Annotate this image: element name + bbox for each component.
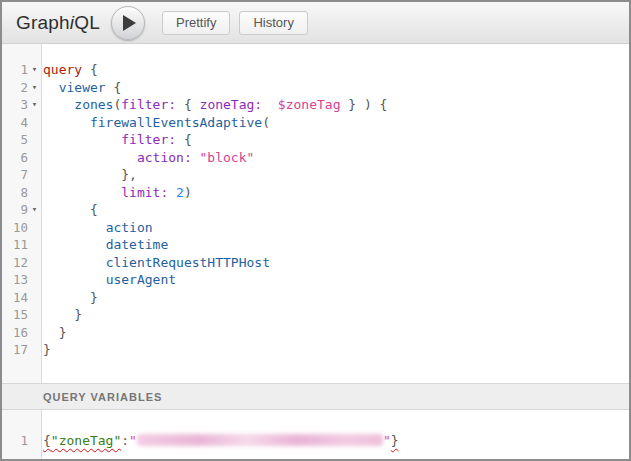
code-text: }	[41, 290, 98, 305]
code-token: action	[106, 220, 153, 235]
code-token: query	[43, 62, 82, 77]
code-token	[43, 80, 59, 95]
code-token	[168, 185, 176, 200]
line-number: 11	[2, 236, 28, 254]
play-icon	[123, 15, 136, 31]
code-token: "	[383, 433, 391, 448]
code-line[interactable]: 5 filter: {	[2, 131, 629, 149]
code-token: filter:	[121, 97, 176, 112]
code-line[interactable]: 14 }	[2, 289, 629, 307]
code-token: "	[129, 433, 137, 448]
code-token	[43, 150, 137, 165]
line-number: 5	[2, 131, 28, 149]
logo-text-pre: Graph	[16, 12, 70, 33]
code-text: userAgent	[41, 272, 176, 287]
toolbar-buttons: Prettify History	[162, 11, 308, 35]
code-token	[43, 325, 59, 340]
code-line[interactable]: 6 action: "block"	[2, 149, 629, 167]
line-number: 2	[2, 79, 28, 97]
code-token	[43, 115, 90, 130]
code-token: {	[82, 62, 98, 77]
code-line[interactable]: 7 },	[2, 166, 629, 184]
execute-query-button[interactable]	[111, 6, 145, 40]
code-token: }	[43, 342, 51, 357]
code-text: firewallEventsAdaptive(	[41, 115, 270, 130]
code-token	[192, 150, 200, 165]
code-token: {	[43, 433, 51, 448]
fold-caret-icon[interactable]: ▾	[28, 96, 41, 114]
code-line[interactable]: 1{"zoneTag":""}	[2, 432, 629, 450]
code-token	[43, 167, 121, 182]
line-number: 8	[2, 184, 28, 202]
line-number: 4	[2, 114, 28, 132]
code-token: }	[74, 307, 82, 322]
code-line[interactable]: 2▾ viewer {	[2, 79, 629, 97]
code-line[interactable]: 9▾ {	[2, 201, 629, 219]
code-token: zoneTag:	[200, 97, 263, 112]
code-text: datetime	[41, 237, 168, 252]
code-token	[43, 185, 121, 200]
code-text: zones(filter: { zoneTag: $zoneTag } ) {	[41, 97, 387, 112]
prettify-button[interactable]: Prettify	[162, 11, 230, 35]
fold-caret-icon[interactable]: ▾	[28, 201, 41, 219]
code-line[interactable]: 12 clientRequestHTTPHost	[2, 254, 629, 272]
graphiql-window: GraphiQL Prettify History 1▾query {2▾ vi…	[0, 0, 631, 461]
code-token: userAgent	[106, 272, 176, 287]
line-number: 12	[2, 254, 28, 272]
code-token: viewer	[59, 80, 106, 95]
query-editor[interactable]: 1▾query {2▾ viewer {3▾ zones(filter: { z…	[2, 44, 629, 383]
code-line[interactable]: 15 }	[2, 306, 629, 324]
code-text: {	[41, 202, 98, 217]
query-code-lines[interactable]: 1▾query {2▾ viewer {3▾ zones(filter: { z…	[2, 44, 629, 359]
line-number: 17	[2, 341, 28, 359]
history-button[interactable]: History	[239, 11, 307, 35]
line-number: 16	[2, 324, 28, 342]
code-token: firewallEventsAdaptive	[90, 115, 262, 130]
variables-code-lines[interactable]: 1{"zoneTag":""}	[2, 410, 629, 450]
code-text: limit: 2)	[41, 185, 192, 200]
code-line[interactable]: 16 }	[2, 324, 629, 342]
toolbar: GraphiQL Prettify History	[2, 2, 629, 44]
line-number: 3	[2, 96, 28, 114]
code-text: viewer {	[41, 80, 121, 95]
fold-caret-icon[interactable]: ▾	[28, 61, 41, 79]
code-token: action:	[137, 150, 192, 165]
fold-caret-icon[interactable]: ▾	[28, 79, 41, 97]
code-token: {	[106, 80, 122, 95]
code-token	[43, 307, 74, 322]
code-line[interactable]: 10 action	[2, 219, 629, 237]
variables-editor[interactable]: 1{"zoneTag":""}	[2, 410, 629, 459]
variables-panel-header[interactable]: QUERY VARIABLES	[2, 383, 629, 410]
code-line[interactable]: 3▾ zones(filter: { zoneTag: $zoneTag } )…	[2, 96, 629, 114]
code-text: {"zoneTag":""}	[41, 433, 399, 448]
line-number: 14	[2, 289, 28, 307]
line-number: 6	[2, 149, 28, 167]
code-text: action	[41, 220, 153, 235]
line-number: 9	[2, 201, 28, 219]
code-text: query {	[41, 62, 98, 77]
code-token	[43, 97, 74, 112]
code-line[interactable]: 4 firewallEventsAdaptive(	[2, 114, 629, 132]
code-line[interactable]: 13 userAgent	[2, 271, 629, 289]
line-number: 1	[2, 61, 28, 79]
code-text: filter: {	[41, 132, 192, 147]
line-number: 13	[2, 271, 28, 289]
variables-title[interactable]: QUERY VARIABLES	[43, 391, 162, 403]
logo-text-post: QL	[74, 12, 100, 33]
code-line[interactable]: 11 datetime	[2, 236, 629, 254]
code-text: }	[41, 342, 51, 357]
code-line[interactable]: 17}	[2, 341, 629, 359]
code-token: $zoneTag	[278, 97, 341, 112]
code-line[interactable]: 1▾query {	[2, 61, 629, 79]
line-number: 7	[2, 166, 28, 184]
code-token	[43, 202, 90, 217]
code-token: {	[90, 202, 98, 217]
code-token: },	[121, 167, 137, 182]
code-line[interactable]: 8 limit: 2)	[2, 184, 629, 202]
code-token: clientRequestHTTPHost	[106, 255, 270, 270]
code-token: limit:	[121, 185, 168, 200]
code-token	[43, 220, 106, 235]
code-token	[43, 237, 106, 252]
code-token: (	[262, 115, 270, 130]
code-text: }	[41, 325, 66, 340]
